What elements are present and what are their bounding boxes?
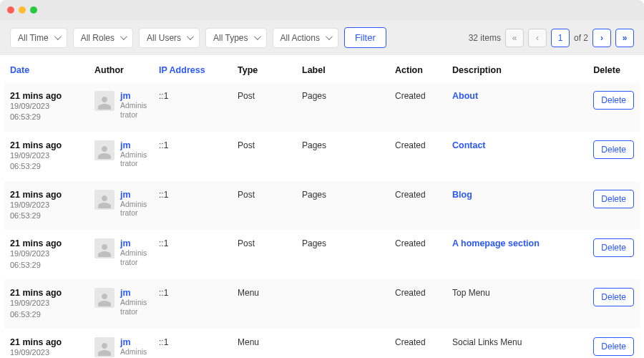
delete-button[interactable]: Delete (593, 190, 634, 208)
description-text: Social Links Menu (452, 337, 522, 347)
delete-button[interactable]: Delete (593, 91, 634, 110)
col-action-header: Action (389, 55, 447, 82)
author-link[interactable]: jm (120, 238, 147, 248)
label-value (296, 279, 389, 329)
time-value: 06:53:29 (10, 211, 83, 221)
label-value: Pages (296, 132, 389, 181)
filter-toolbar: All Time All Roles All Users All Types A… (0, 20, 644, 55)
author-role: Administrator (120, 101, 147, 119)
page-last-button[interactable]: » (615, 29, 634, 47)
description-link[interactable]: Blog (452, 190, 472, 200)
ip-value: ::1 (153, 329, 232, 358)
author-role: Administrator (120, 347, 147, 358)
filter-time-select[interactable]: All Time (10, 28, 67, 48)
author-role: Administrator (120, 248, 147, 266)
type-value: Menu (232, 329, 296, 358)
avatar (94, 337, 114, 357)
page-prev-button[interactable]: ‹ (528, 29, 547, 47)
label-value: Pages (296, 230, 389, 279)
page-current[interactable]: 1 (551, 29, 570, 47)
avatar (94, 288, 114, 308)
ip-value: ::1 (153, 181, 232, 231)
date-value: 19/09/2023 (10, 150, 83, 161)
type-value: Post (232, 181, 296, 231)
author-link[interactable]: jm (120, 190, 147, 200)
ip-value: ::1 (153, 82, 232, 132)
avatar (94, 140, 114, 160)
close-icon[interactable] (7, 6, 14, 14)
filter-actions-select[interactable]: All Actions (273, 28, 338, 48)
filter-types-label: All Types (213, 33, 248, 43)
filter-types-select[interactable]: All Types (205, 28, 266, 48)
minimize-icon[interactable] (19, 6, 26, 14)
type-value: Post (232, 82, 296, 132)
label-value: Pages (296, 181, 389, 231)
description-link[interactable]: About (452, 91, 478, 101)
author-link[interactable]: jm (120, 91, 147, 101)
window-titlebar (0, 0, 644, 20)
date-value: 19/09/2023 (10, 248, 83, 259)
ip-value: ::1 (153, 132, 232, 181)
time-relative: 21 mins ago (10, 190, 83, 200)
items-count: 32 items (469, 33, 501, 43)
delete-button[interactable]: Delete (593, 288, 634, 306)
avatar (94, 91, 114, 111)
filter-actions-label: All Actions (280, 33, 320, 43)
author-role: Administrator (120, 200, 147, 218)
author-link[interactable]: jm (120, 140, 147, 150)
time-relative: 21 mins ago (10, 337, 83, 347)
maximize-icon[interactable] (30, 6, 37, 14)
time-relative: 21 mins ago (10, 288, 83, 298)
action-value: Created (389, 181, 447, 231)
filter-button[interactable]: Filter (344, 27, 386, 48)
type-value: Post (232, 132, 296, 181)
table-row: 21 mins ago19/09/202306:53:29jmAdministr… (4, 181, 640, 231)
chevron-down-icon (326, 33, 333, 40)
author-link[interactable]: jm (120, 288, 147, 298)
delete-button[interactable]: Delete (593, 337, 634, 356)
description-text: Top Menu (452, 288, 490, 298)
col-label-header: Label (296, 55, 389, 82)
date-value: 19/09/2023 (10, 298, 83, 309)
action-value: Created (389, 279, 447, 329)
author-role: Administrator (120, 150, 147, 168)
time-value: 06:53:29 (10, 309, 83, 320)
table-row: 21 mins ago19/09/202306:53:29jmAdministr… (4, 279, 640, 329)
avatar (94, 190, 114, 210)
filter-roles-select[interactable]: All Roles (73, 28, 133, 48)
col-description-header: Description (447, 55, 587, 82)
time-relative: 21 mins ago (10, 91, 83, 101)
filter-time-label: All Time (18, 33, 49, 43)
author-role: Administrator (120, 298, 147, 316)
description-link[interactable]: Contact (452, 140, 486, 150)
type-value: Post (232, 230, 296, 279)
date-value: 19/09/2023 (10, 200, 83, 211)
date-value: 19/09/2023 (10, 101, 83, 112)
author-link[interactable]: jm (120, 337, 147, 347)
action-value: Created (389, 132, 447, 181)
label-value (296, 329, 389, 358)
filter-users-label: All Users (147, 33, 181, 43)
chevron-down-icon (54, 33, 62, 40)
action-value: Created (389, 82, 447, 132)
col-date-header[interactable]: Date (4, 55, 89, 82)
delete-button[interactable]: Delete (593, 238, 634, 257)
table-row: 21 mins ago19/09/202306:53:29jmAdministr… (4, 329, 640, 358)
ip-value: ::1 (153, 230, 232, 279)
chevron-down-icon (253, 33, 260, 40)
chevron-down-icon (120, 33, 127, 40)
page-of-text: of 2 (574, 33, 588, 43)
filter-users-select[interactable]: All Users (139, 28, 200, 48)
time-value: 06:53:29 (10, 112, 83, 122)
avatar (94, 238, 114, 258)
delete-button[interactable]: Delete (593, 140, 634, 159)
time-value: 06:53:29 (10, 260, 83, 271)
ip-value: ::1 (153, 279, 232, 329)
date-value: 19/09/2023 (10, 347, 83, 358)
page-next-button[interactable]: › (592, 29, 611, 47)
description-link[interactable]: A homepage section (452, 238, 540, 248)
table-row: 21 mins ago19/09/202306:53:29jmAdministr… (4, 82, 640, 132)
col-ip-header[interactable]: IP Address (153, 55, 232, 82)
page-first-button[interactable]: « (505, 29, 524, 47)
time-relative: 21 mins ago (10, 140, 83, 150)
